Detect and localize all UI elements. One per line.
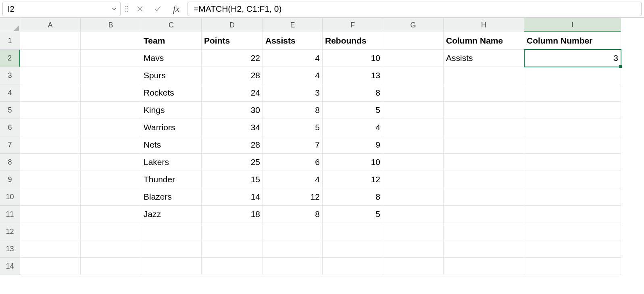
cell-i4[interactable] [524,84,621,102]
row-header-3[interactable]: 3 [0,67,20,84]
cell-c3[interactable]: Spurs [141,67,202,84]
cell-g3[interactable] [383,67,444,84]
cell-b4[interactable] [81,84,141,102]
name-box[interactable] [2,2,121,16]
cell-g9[interactable] [383,171,444,188]
cell-h10[interactable] [444,188,524,206]
cell-d8[interactable]: 25 [202,154,263,171]
row-header-9[interactable]: 9 [0,171,20,188]
row-header-10[interactable]: 10 [0,188,20,206]
row-header-7[interactable]: 7 [0,136,20,154]
cell-f12[interactable] [323,223,383,240]
cell-g7[interactable] [383,136,444,154]
cell-i2[interactable]: 3 [524,50,621,67]
cell-e11[interactable]: 8 [263,206,323,223]
cell-i6[interactable] [524,119,621,136]
cell-b5[interactable] [81,102,141,119]
col-header-a[interactable]: A [20,18,81,32]
cell-g5[interactable] [383,102,444,119]
cell-f4[interactable]: 8 [323,84,383,102]
cell-f11[interactable]: 5 [323,206,383,223]
cell-f10[interactable]: 8 [323,188,383,206]
cell-c9[interactable]: Thunder [141,171,202,188]
row-header-1[interactable]: 1 [0,32,20,50]
cell-c8[interactable]: Lakers [141,154,202,171]
col-header-i[interactable]: I [524,18,621,32]
formula-input-wrap[interactable] [188,2,642,16]
col-header-e[interactable]: E [263,18,323,32]
cell-b8[interactable] [81,154,141,171]
cell-i13[interactable] [524,240,621,258]
row-header-5[interactable]: 5 [0,102,20,119]
cell-g2[interactable] [383,50,444,67]
cell-f1[interactable]: Rebounds [323,32,383,50]
cell-h11[interactable] [444,206,524,223]
resize-handle-icon[interactable] [124,2,129,16]
cell-h7[interactable] [444,136,524,154]
cell-c10[interactable]: Blazers [141,188,202,206]
cell-e1[interactable]: Assists [263,32,323,50]
cell-g4[interactable] [383,84,444,102]
spreadsheet-grid[interactable]: ABCDEFGHI1TeamPointsAssistsReboundsColum… [0,18,644,275]
col-header-c[interactable]: C [141,18,202,32]
cell-g13[interactable] [383,240,444,258]
cell-f14[interactable] [323,258,383,275]
col-header-f[interactable]: F [323,18,383,32]
cell-d7[interactable]: 28 [202,136,263,154]
cell-d13[interactable] [202,240,263,258]
cell-h3[interactable] [444,67,524,84]
cell-i12[interactable] [524,223,621,240]
cell-e12[interactable] [263,223,323,240]
cell-c7[interactable]: Nets [141,136,202,154]
cell-g8[interactable] [383,154,444,171]
row-header-6[interactable]: 6 [0,119,20,136]
cell-g11[interactable] [383,206,444,223]
cell-a8[interactable] [20,154,81,171]
col-header-b[interactable]: B [81,18,141,32]
row-header-14[interactable]: 14 [0,258,20,275]
cell-b1[interactable] [81,32,141,50]
cell-e3[interactable]: 4 [263,67,323,84]
cell-h12[interactable] [444,223,524,240]
cell-a6[interactable] [20,119,81,136]
cell-i11[interactable] [524,206,621,223]
cell-e4[interactable]: 3 [263,84,323,102]
cell-a9[interactable] [20,171,81,188]
cell-e7[interactable]: 7 [263,136,323,154]
row-header-4[interactable]: 4 [0,84,20,102]
cell-e6[interactable]: 5 [263,119,323,136]
cell-d6[interactable]: 34 [202,119,263,136]
cell-h9[interactable] [444,171,524,188]
cell-c4[interactable]: Rockets [141,84,202,102]
cell-d9[interactable]: 15 [202,171,263,188]
cell-a10[interactable] [20,188,81,206]
cell-i14[interactable] [524,258,621,275]
cell-g1[interactable] [383,32,444,50]
cell-e8[interactable]: 6 [263,154,323,171]
cell-f5[interactable]: 5 [323,102,383,119]
cell-a2[interactable] [20,50,81,67]
cell-h4[interactable] [444,84,524,102]
cell-f6[interactable]: 4 [323,119,383,136]
name-box-input[interactable] [7,4,110,14]
cell-f9[interactable]: 12 [323,171,383,188]
cell-d11[interactable]: 18 [202,206,263,223]
cell-g10[interactable] [383,188,444,206]
cancel-formula-button[interactable] [133,2,147,16]
cell-c5[interactable]: Kings [141,102,202,119]
cell-d2[interactable]: 22 [202,50,263,67]
row-header-12[interactable]: 12 [0,223,20,240]
cell-c2[interactable]: Mavs [141,50,202,67]
cell-h8[interactable] [444,154,524,171]
formula-input[interactable] [193,4,636,14]
cell-g14[interactable] [383,258,444,275]
row-header-13[interactable]: 13 [0,240,20,258]
cell-d3[interactable]: 28 [202,67,263,84]
cell-f7[interactable]: 9 [323,136,383,154]
cell-i8[interactable] [524,154,621,171]
col-header-d[interactable]: D [202,18,263,32]
row-header-11[interactable]: 11 [0,206,20,223]
accept-formula-button[interactable] [150,2,165,16]
cell-e5[interactable]: 8 [263,102,323,119]
cell-a3[interactable] [20,67,81,84]
